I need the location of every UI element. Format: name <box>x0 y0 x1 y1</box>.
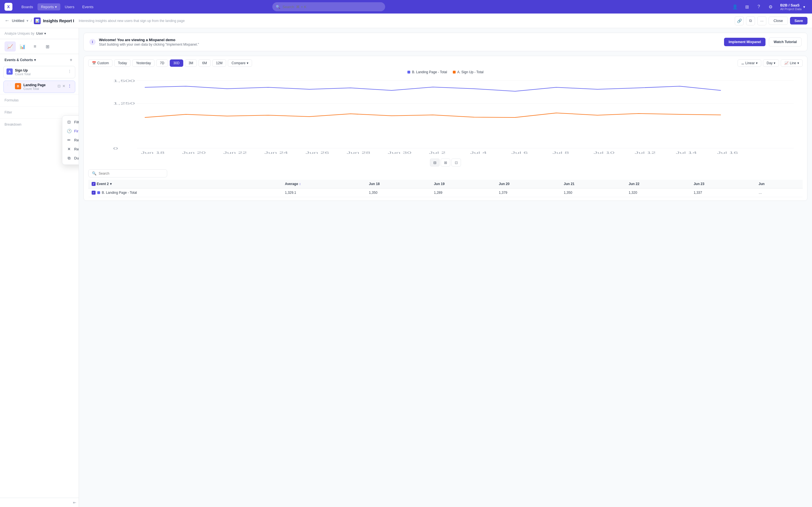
row-name: B. Landing Page - Total <box>88 188 282 197</box>
col-jun22: Jun 22 <box>625 180 690 188</box>
save-button[interactable]: Save <box>790 17 808 24</box>
event-badge-a: A <box>6 68 13 75</box>
menu-item-first-time-filter[interactable]: 🕐 First Time Filter <box>64 126 79 135</box>
calendar-icon: 📅 <box>92 61 96 65</box>
nav-events[interactable]: Events <box>79 3 97 10</box>
col-average[interactable]: Average ↕ <box>282 180 365 188</box>
date-6m[interactable]: 6M <box>199 59 211 67</box>
col-jun18: Jun 18 <box>366 180 430 188</box>
search-icon: 🔍 <box>92 171 96 175</box>
nav-right: 👤 ⊞ ? ⚙ B2B / SaaS All Project Data ▾ <box>730 2 808 12</box>
menu-item-rename[interactable]: ✏ Rename <box>64 135 79 145</box>
chevron-down-icon: ▾ <box>756 61 758 65</box>
row-jun18: 1,350 <box>366 188 430 197</box>
svg-text:1,500: 1,500 <box>113 79 135 82</box>
settings-icon[interactable]: ⚙ <box>766 2 775 11</box>
search-icon: 🔍 <box>276 5 280 9</box>
sort-icon: ↕ <box>299 182 301 186</box>
row-jun-more: … <box>755 188 803 197</box>
menu-item-filter[interactable]: ⊡ Filter <box>64 117 79 126</box>
event-info-signup: Sign Up Count Total <box>15 68 65 76</box>
logo-icon[interactable]: X <box>4 3 12 11</box>
remove-icon: ✕ <box>67 147 71 151</box>
table-view-full[interactable]: ⊟ <box>430 159 440 166</box>
compare-button[interactable]: Compare ▾ <box>228 59 252 67</box>
table-view-compact[interactable]: ⊠ <box>441 159 450 166</box>
sidebar: Analyze Uniques by User ▾ 📈 📊 ≡ ⊞ Events… <box>0 28 79 507</box>
menu-item-remove[interactable]: ✕ Remove <box>64 145 79 154</box>
chart-type-button[interactable]: 📈 Line ▾ <box>781 59 803 67</box>
watch-tutorial-button[interactable]: Watch Tutorial <box>769 38 802 47</box>
chart-type-funnel[interactable]: ≡ <box>29 41 41 52</box>
chart-type-line[interactable]: 📈 <box>4 41 16 52</box>
chart-type-grid[interactable]: ⊞ <box>42 41 53 52</box>
chart-card: 📅 Custom Today Yesterday 7D 30D 3M 6M 12… <box>84 56 808 201</box>
scale-button[interactable]: ⚊ Linear ▾ <box>738 59 761 67</box>
search-bar[interactable]: 🔍 <box>272 2 385 11</box>
table-view-minimal[interactable]: ⊡ <box>451 159 461 166</box>
remove-event-icon[interactable]: ✕ <box>62 84 65 88</box>
duplicate-button[interactable]: ⧉ <box>746 16 755 25</box>
date-3m[interactable]: 3M <box>185 59 197 67</box>
link-button[interactable]: 🔗 <box>735 16 744 25</box>
svg-text:Jul 8: Jul 8 <box>552 151 569 154</box>
line-chart-icon: 📈 <box>784 61 789 65</box>
event-info-landing: Landing Page Count Total <box>23 83 55 91</box>
parent-breadcrumb[interactable]: Untitled <box>12 18 24 23</box>
close-button[interactable]: Close <box>769 17 788 25</box>
chart-type-bar[interactable]: 📊 <box>17 41 28 52</box>
date-7d[interactable]: 7D <box>156 59 168 67</box>
row-jun22: 1,320 <box>625 188 690 197</box>
table-search-bar[interactable]: 🔍 <box>88 169 167 177</box>
event-badge-b: B <box>15 83 21 89</box>
select-all-checkbox[interactable] <box>92 182 96 186</box>
help-icon[interactable]: ? <box>754 2 763 11</box>
date-12m[interactable]: 12M <box>212 59 226 67</box>
interval-button[interactable]: Day ▾ <box>763 59 779 67</box>
table-search-input[interactable] <box>99 172 155 175</box>
svg-text:Jun 18: Jun 18 <box>141 151 164 154</box>
table-row: B. Landing Page - Total 1,329.1 1,350 1,… <box>88 188 803 197</box>
nav-users[interactable]: Users <box>61 3 78 10</box>
workspace-button[interactable]: B2B / SaaS All Project Data ▾ <box>778 2 808 12</box>
event-name-landing: Landing Page <box>23 83 55 87</box>
chevron-down-icon: ▾ <box>774 61 775 65</box>
event-menu-landing[interactable]: ⋮ <box>67 83 72 89</box>
events-section-title[interactable]: Events & Cohorts ▾ <box>4 58 36 62</box>
row-jun21: 1,350 <box>560 188 625 197</box>
row-jun20: 1,379 <box>495 188 560 197</box>
person-search-icon[interactable]: 👤 <box>730 2 740 11</box>
svg-text:Jun 28: Jun 28 <box>347 151 370 154</box>
search-input[interactable] <box>283 5 382 9</box>
add-event-button[interactable]: + <box>68 57 74 63</box>
date-custom[interactable]: 📅 Custom <box>88 59 112 67</box>
filter-icon[interactable]: ⊡ <box>57 84 61 88</box>
col-event[interactable]: Event 2 ▾ <box>88 180 282 188</box>
nav-reports[interactable]: Reports ▾ <box>38 3 60 10</box>
filter-label[interactable]: Filter <box>4 109 74 116</box>
drag-handle[interactable]: ⋮⋮ <box>6 83 12 86</box>
event-menu-signup[interactable]: ⋮ <box>67 68 72 74</box>
chevron-down-icon[interactable]: ▾ <box>110 182 112 186</box>
menu-item-duplicate[interactable]: ⧉ Duplicate <box>64 154 79 163</box>
formulas-section: Formulas <box>0 94 79 106</box>
analyze-by-button[interactable]: User ▾ <box>36 32 46 36</box>
svg-text:Jul 6: Jul 6 <box>511 151 528 154</box>
formulas-label[interactable]: Formulas <box>4 97 74 104</box>
back-button[interactable]: ← <box>4 18 10 24</box>
nav-boards[interactable]: Boards <box>18 3 36 10</box>
date-30d[interactable]: 30D <box>170 59 183 67</box>
breadcrumb-dropdown-icon[interactable]: ▾ <box>27 18 29 23</box>
collapse-sidebar-button[interactable]: ⇤ <box>73 500 77 505</box>
more-button[interactable]: ··· <box>757 16 766 25</box>
implement-button[interactable]: Implement Mixpanel <box>724 38 765 46</box>
banner-sub: Start building with your own data by cli… <box>99 43 721 47</box>
table-wrapper: Event 2 ▾ Average ↕ Jun 18 Jun 19 Jun 20 <box>88 180 803 197</box>
legend-dot-b <box>407 71 410 73</box>
date-today[interactable]: Today <box>114 59 131 67</box>
row-checkbox[interactable] <box>92 191 96 194</box>
date-yesterday[interactable]: Yesterday <box>132 59 154 67</box>
svg-text:Jul 12: Jul 12 <box>635 151 656 154</box>
grid-icon[interactable]: ⊞ <box>742 2 751 11</box>
svg-text:Jul 4: Jul 4 <box>470 151 487 154</box>
